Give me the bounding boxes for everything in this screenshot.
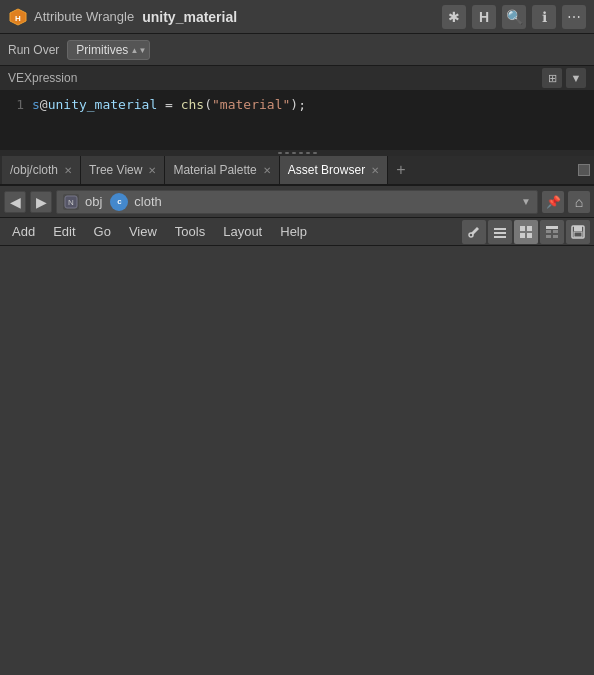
- tab-close-obj-cloth[interactable]: ✕: [64, 165, 72, 176]
- tab-tree-view[interactable]: Tree View ✕: [81, 156, 165, 184]
- tab-material-palette[interactable]: Material Palette ✕: [165, 156, 279, 184]
- houdini-icon: H: [8, 7, 28, 27]
- svg-rect-15: [546, 235, 551, 238]
- collapse-icon[interactable]: ▼: [566, 68, 586, 88]
- line-number: 1: [8, 94, 24, 116]
- svg-rect-7: [494, 236, 506, 238]
- tab-label: Tree View: [89, 163, 142, 177]
- menu-go[interactable]: Go: [86, 222, 119, 241]
- run-over-bar: Run Over Primitives Points Vertices Deta…: [0, 34, 594, 66]
- back-button[interactable]: ◀: [4, 191, 26, 213]
- network-type-icon: N: [63, 194, 79, 210]
- wrench-icon[interactable]: [462, 220, 486, 244]
- svg-rect-13: [546, 230, 551, 233]
- save-icon[interactable]: [566, 220, 590, 244]
- menu-edit[interactable]: Edit: [45, 222, 83, 241]
- svg-rect-16: [553, 235, 558, 238]
- forward-button[interactable]: ▶: [30, 191, 52, 213]
- svg-rect-9: [527, 226, 532, 231]
- code-area[interactable]: 1 s@unity_material = chs("material");: [0, 90, 594, 150]
- expand-icon[interactable]: ⊞: [542, 68, 562, 88]
- menu-layout[interactable]: Layout: [215, 222, 270, 241]
- tab-add-button[interactable]: +: [388, 161, 413, 179]
- vex-label: VEXpression: [8, 71, 77, 85]
- path-dropdown-icon[interactable]: ▼: [521, 196, 531, 207]
- run-over-label: Run Over: [8, 43, 59, 57]
- node-network-icon: c: [110, 193, 128, 211]
- tab-obj-cloth[interactable]: /obj/cloth ✕: [2, 156, 81, 184]
- tab-label: Asset Browser: [288, 163, 365, 177]
- svg-rect-6: [494, 232, 506, 234]
- menu-add[interactable]: Add: [4, 222, 43, 241]
- asterisk-icon[interactable]: ✱: [442, 5, 466, 29]
- more-icon[interactable]: ⋯: [562, 5, 586, 29]
- tabs-bar: /obj/cloth ✕ Tree View ✕ Material Palett…: [0, 156, 594, 186]
- search-icon[interactable]: 🔍: [502, 5, 526, 29]
- title-bar: H Attribute Wrangle unity_material ✱ H 🔍…: [0, 0, 594, 34]
- resize-dots: [278, 152, 317, 154]
- tab-close-tree-view[interactable]: ✕: [148, 165, 156, 176]
- path-node-part: cloth: [134, 194, 161, 209]
- run-over-select-wrapper[interactable]: Primitives Points Vertices Detail: [67, 40, 150, 60]
- svg-point-4: [469, 233, 473, 237]
- menu-view[interactable]: View: [121, 222, 165, 241]
- app-name: Attribute Wrangle: [34, 9, 134, 24]
- svg-rect-19: [574, 232, 582, 237]
- svg-rect-5: [494, 228, 506, 230]
- tab-close-asset-browser[interactable]: ✕: [371, 165, 379, 176]
- svg-rect-10: [520, 233, 525, 238]
- tab-asset-browser[interactable]: Asset Browser ✕: [280, 156, 388, 184]
- svg-text:N: N: [68, 198, 74, 207]
- node-name-title: unity_material: [142, 9, 237, 25]
- H-icon[interactable]: H: [472, 5, 496, 29]
- code-content: s@unity_material = chs("material");: [32, 94, 306, 116]
- menu-bar: Add Edit Go View Tools Layout Help: [0, 218, 594, 246]
- home-icon[interactable]: ⌂: [568, 191, 590, 213]
- tab-close-material-palette[interactable]: ✕: [263, 165, 271, 176]
- svg-rect-8: [520, 226, 525, 231]
- tab-end-button[interactable]: [578, 164, 590, 176]
- svg-rect-14: [553, 230, 558, 233]
- svg-text:H: H: [15, 14, 21, 23]
- pin-icon[interactable]: 📌: [542, 191, 564, 213]
- menu-help[interactable]: Help: [272, 222, 315, 241]
- network-bar: ◀ ▶ N obj c cloth ▼ 📌 ⌂: [0, 186, 594, 218]
- info-icon[interactable]: ℹ: [532, 5, 556, 29]
- run-over-select[interactable]: Primitives Points Vertices Detail: [67, 40, 150, 60]
- menu-tools[interactable]: Tools: [167, 222, 213, 241]
- tab-label: /obj/cloth: [10, 163, 58, 177]
- path-field[interactable]: N obj c cloth ▼: [56, 190, 538, 214]
- table-icon[interactable]: [540, 220, 564, 244]
- svg-rect-18: [574, 226, 582, 231]
- toolbar-icons: [462, 220, 590, 244]
- grid-icon[interactable]: [514, 220, 538, 244]
- tab-label: Material Palette: [173, 163, 256, 177]
- path-network-part: obj: [85, 194, 102, 209]
- svg-rect-11: [527, 233, 532, 238]
- list-icon[interactable]: [488, 220, 512, 244]
- code-line-1: 1 s@unity_material = chs("material");: [8, 94, 586, 116]
- vex-label-bar: VEXpression ⊞ ▼: [0, 66, 594, 90]
- svg-rect-12: [546, 226, 558, 229]
